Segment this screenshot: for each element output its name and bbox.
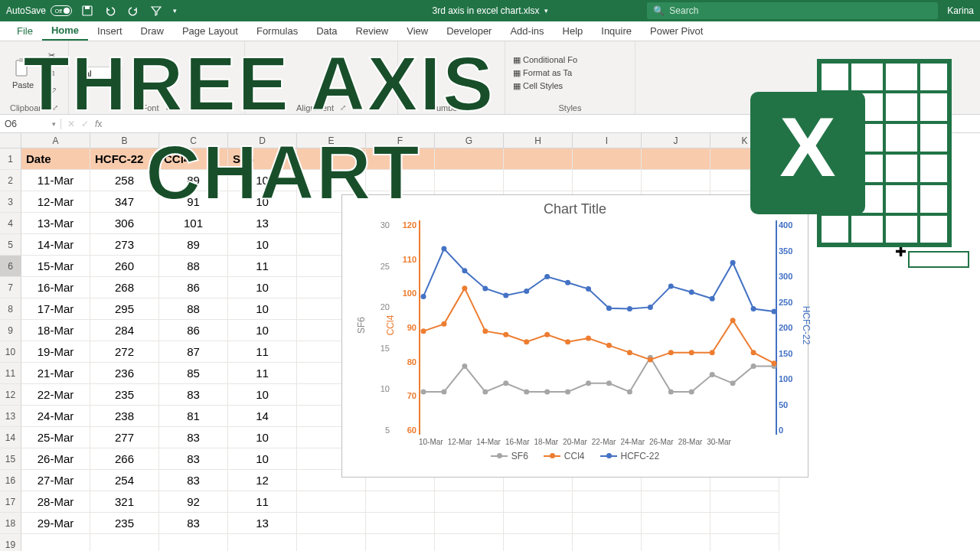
tab-insert[interactable]: Insert xyxy=(88,22,132,40)
cell[interactable]: 10 xyxy=(228,384,297,406)
chart-plot-area[interactable]: 30252015105 12011010090807060 4003503002… xyxy=(419,220,777,435)
cell[interactable]: 83 xyxy=(159,513,228,534)
legend-sf6[interactable]: SF6 xyxy=(491,451,528,461)
toggle-switch[interactable]: Off xyxy=(51,5,72,16)
spreadsheet-grid[interactable]: ABCDEFGHIJK 1234567891011121314151617181… xyxy=(0,133,980,551)
cell[interactable] xyxy=(642,513,710,534)
cell[interactable]: 86 xyxy=(159,320,228,341)
cell[interactable] xyxy=(435,534,504,551)
row-header[interactable]: 12 xyxy=(0,384,21,406)
tab-home[interactable]: Home xyxy=(42,21,88,41)
filename[interactable]: 3rd axis in excel chart.xlsx ▾ xyxy=(432,5,547,16)
row-header[interactable]: 17 xyxy=(0,491,21,513)
font-family-select[interactable] xyxy=(77,67,122,80)
cell[interactable] xyxy=(504,170,573,191)
cell[interactable]: 13 xyxy=(228,513,297,534)
cell[interactable] xyxy=(297,513,366,534)
cell[interactable]: 272 xyxy=(90,341,159,363)
cell[interactable]: 13 xyxy=(228,213,297,234)
cancel-icon[interactable]: ✕ xyxy=(67,119,75,129)
cell[interactable] xyxy=(159,534,228,551)
cell[interactable]: 29-Mar xyxy=(21,513,90,534)
cell[interactable]: 11-Mar xyxy=(21,170,90,191)
cell[interactable] xyxy=(435,491,504,513)
row-header[interactable]: 7 xyxy=(0,277,21,298)
row-header[interactable]: 8 xyxy=(0,298,21,320)
cell[interactable]: 306 xyxy=(90,213,159,234)
cell[interactable] xyxy=(504,534,573,551)
conditional-formatting-button[interactable]: ▦ Conditional Fo xyxy=(513,55,577,65)
chart-title[interactable]: Chart Title xyxy=(342,195,808,220)
cell[interactable]: 10 xyxy=(228,191,297,213)
cell[interactable]: 83 xyxy=(159,427,228,448)
row-header[interactable]: 15 xyxy=(0,448,21,470)
cell[interactable]: 89 xyxy=(159,170,228,191)
cell[interactable]: 88 xyxy=(159,256,228,277)
cell[interactable]: 10 xyxy=(228,170,297,191)
cell[interactable] xyxy=(642,170,710,191)
cell[interactable] xyxy=(504,513,573,534)
chart-object[interactable]: Chart Title 30252015105 1201101009080706… xyxy=(341,194,808,478)
row-header[interactable]: 2 xyxy=(0,170,21,191)
cell[interactable] xyxy=(297,491,366,513)
cell[interactable]: CCl4 xyxy=(159,148,228,170)
dialog-launcher-icon[interactable]: ⤢ xyxy=(52,103,58,112)
tab-developer[interactable]: Developer xyxy=(437,22,501,40)
legend-hcfc[interactable]: HCFC-22 xyxy=(600,451,660,461)
cell[interactable]: 14-Mar xyxy=(21,234,90,256)
tab-inquire[interactable]: Inquire xyxy=(592,22,641,40)
column-header[interactable]: B xyxy=(90,133,159,148)
cell[interactable]: 83 xyxy=(159,384,228,406)
cell[interactable]: 10 xyxy=(228,298,297,320)
cell[interactable]: 88 xyxy=(159,298,228,320)
cell[interactable]: 87 xyxy=(159,341,228,363)
row-header[interactable]: 18 xyxy=(0,513,21,534)
cell[interactable] xyxy=(573,148,642,170)
cell[interactable]: 83 xyxy=(159,470,228,491)
tab-power-pivot[interactable]: Power Pivot xyxy=(641,22,712,40)
row-header[interactable]: 6 xyxy=(0,256,21,277)
cell[interactable]: 13-Mar xyxy=(21,213,90,234)
format-as-table-button[interactable]: ▦ Format as Ta xyxy=(513,68,577,78)
cell[interactable]: 277 xyxy=(90,427,159,448)
cell[interactable] xyxy=(366,534,435,551)
cell[interactable]: 11 xyxy=(228,363,297,384)
cell[interactable] xyxy=(21,534,90,551)
row-header[interactable]: 3 xyxy=(0,191,21,213)
enter-icon[interactable]: ✓ xyxy=(81,119,89,129)
cell[interactable] xyxy=(710,534,779,551)
cell[interactable]: 10 xyxy=(228,277,297,298)
cell[interactable] xyxy=(642,148,710,170)
fx-icon[interactable]: fx xyxy=(95,119,102,129)
format-painter-icon[interactable]: 🖌 xyxy=(43,83,60,99)
cell[interactable] xyxy=(710,148,779,170)
cell[interactable]: 10 xyxy=(228,320,297,341)
row-header[interactable]: 13 xyxy=(0,406,21,427)
cell[interactable]: 235 xyxy=(90,384,159,406)
cell[interactable]: 18-Mar xyxy=(21,320,90,341)
cell[interactable]: 92 xyxy=(159,491,228,513)
cell[interactable]: HCFC-22 xyxy=(90,148,159,170)
column-header[interactable]: H xyxy=(504,133,573,148)
name-box[interactable]: O6▾ xyxy=(0,119,61,129)
save-icon[interactable] xyxy=(81,5,93,17)
cell[interactable]: 26-Mar xyxy=(21,448,90,470)
cell[interactable]: 89 xyxy=(159,234,228,256)
row-header[interactable]: 10 xyxy=(0,341,21,363)
cell[interactable]: 10 xyxy=(228,448,297,470)
paste-button[interactable]: Paste xyxy=(8,52,38,95)
column-header[interactable]: A xyxy=(21,133,90,148)
cell[interactable] xyxy=(504,148,573,170)
cell[interactable]: 235 xyxy=(90,513,159,534)
cell[interactable] xyxy=(573,170,642,191)
cell[interactable]: 11 xyxy=(228,491,297,513)
cell[interactable]: 238 xyxy=(90,406,159,427)
cell[interactable] xyxy=(297,148,366,170)
cell[interactable]: 295 xyxy=(90,298,159,320)
cell[interactable] xyxy=(710,491,779,513)
autosave-toggle[interactable]: AutoSave Off xyxy=(6,5,72,16)
tab-page-layout[interactable]: Page Layout xyxy=(173,22,247,40)
search-input[interactable]: 🔍 Search xyxy=(647,2,938,19)
cell[interactable]: 273 xyxy=(90,234,159,256)
tab-help[interactable]: Help xyxy=(554,22,593,40)
